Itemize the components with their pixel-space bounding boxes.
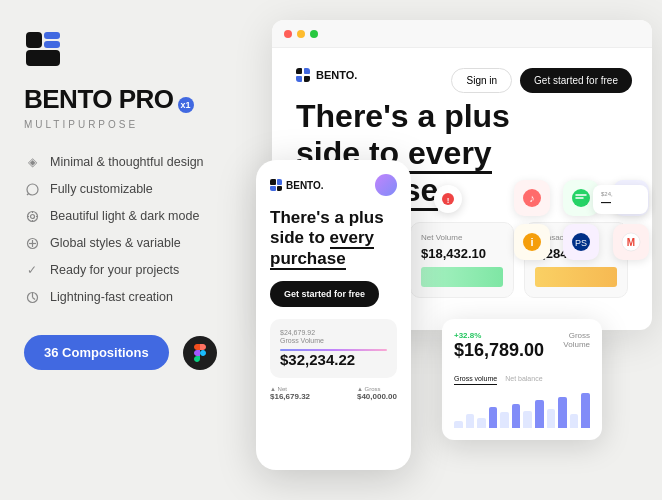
- mobile-mockup: BENTO. There's a plus side to everypurch…: [256, 160, 411, 470]
- app-icon-playstation: PS: [563, 224, 599, 260]
- svg-line-15: [32, 297, 35, 299]
- mobile-amount1-value: $16,679.32: [270, 392, 310, 401]
- finance-tabs: Gross volume Net balance: [454, 375, 590, 385]
- svg-rect-2: [44, 41, 60, 48]
- feature-text-6: Lightning-fast creation: [50, 290, 173, 304]
- desktop-brand-name: BENTO.: [316, 69, 357, 81]
- svg-text:!: !: [447, 196, 450, 205]
- mobile-headline: There's a plus side to everypurchase: [270, 208, 397, 269]
- mobile-card1-sub: Gross Volume: [280, 337, 387, 344]
- window-dot-yellow: [297, 30, 305, 38]
- finance-bars: [454, 393, 590, 428]
- svg-rect-1: [44, 32, 60, 39]
- svg-point-5: [30, 214, 34, 218]
- dash-card-2: Net Volume $18,432.10: [410, 222, 514, 298]
- mockups-area: BENTO. Sign in Get started for free Ther…: [232, 0, 662, 500]
- left-panel: BENTO PRO x1 MULTIPURPOSE ◈ Minimal & th…: [24, 30, 244, 370]
- finance-value: $16,789.00: [454, 340, 544, 361]
- feature-item-6: Lightning-fast creation: [24, 289, 244, 305]
- feature-text-4: Global styles & variable: [50, 236, 181, 250]
- svg-text:PS: PS: [575, 238, 587, 248]
- window-dot-red: [284, 30, 292, 38]
- feature-item-2: Fully customizable: [24, 181, 244, 197]
- desktop-started-button[interactable]: Get started for free: [520, 68, 632, 93]
- notification-bubble: !: [434, 185, 462, 213]
- feature-icon-4: [24, 235, 40, 251]
- brand-tagline: MULTIPURPOSE: [24, 119, 244, 130]
- mobile-amount-2: ▲ Gross $40,000.00: [357, 386, 397, 401]
- mobile-brand-name: BENTO.: [286, 180, 324, 191]
- finance-card: +32.8% $16,789.00 Gross Volume Gross vol…: [442, 319, 602, 440]
- feature-icon-2: [24, 181, 40, 197]
- svg-text:M: M: [626, 237, 634, 248]
- logo-area: [24, 30, 244, 68]
- mobile-headline-purchase: purchase: [270, 249, 346, 270]
- finance-tab-1[interactable]: Gross volume: [454, 375, 497, 385]
- finance-change: +32.8%: [454, 331, 544, 340]
- desktop-header: [272, 20, 652, 48]
- figma-icon[interactable]: [183, 336, 217, 370]
- mobile-headline-every: every: [330, 228, 374, 249]
- mobile-card2-value: $32,234.22: [280, 351, 387, 368]
- window-dot-green: [310, 30, 318, 38]
- feature-item-4: Global styles & variable: [24, 235, 244, 251]
- feature-item-1: ◈ Minimal & thoughtful design: [24, 154, 244, 170]
- feature-item-5: ✓ Ready for your projects: [24, 262, 244, 278]
- brand-name: BENTO PRO: [24, 84, 174, 115]
- feature-icon-6: [24, 289, 40, 305]
- finance-card-label: Gross Volume: [544, 331, 590, 349]
- mobile-card1-label: $24,679.92: [280, 329, 387, 336]
- feature-text-2: Fully customizable: [50, 182, 153, 196]
- feature-text-1: Minimal & thoughtful design: [50, 155, 204, 169]
- feature-icon-5: ✓: [24, 262, 40, 278]
- mobile-brand-logo: BENTO.: [270, 179, 324, 191]
- small-card-tr: $24, —: [593, 185, 648, 214]
- mobile-card-1: $24,679.92 Gross Volume $32,234.22: [270, 319, 397, 378]
- svg-rect-3: [26, 50, 60, 66]
- app-icon-info: i: [514, 224, 550, 260]
- mobile-logo-row: BENTO.: [270, 174, 397, 196]
- app-icon-music: ♪: [514, 180, 550, 216]
- features-list: ◈ Minimal & thoughtful design Fully cust…: [24, 154, 244, 305]
- finance-tab-2[interactable]: Net balance: [505, 375, 542, 385]
- svg-text:♪: ♪: [529, 192, 535, 204]
- brand-logo: [24, 30, 62, 68]
- feature-text-3: Beautiful light & dark mode: [50, 209, 199, 223]
- compositions-button[interactable]: 36 Compositions: [24, 335, 169, 370]
- svg-rect-0: [26, 32, 42, 48]
- desktop-signin-button[interactable]: Sign in: [451, 68, 512, 93]
- mobile-amount2-value: $40,000.00: [357, 392, 397, 401]
- feature-icon-1: ◈: [24, 154, 40, 170]
- mobile-amount-1: ▲ Net $16,679.32: [270, 386, 310, 401]
- feature-item-3: Beautiful light & dark mode: [24, 208, 244, 224]
- cta-area: 36 Compositions: [24, 335, 244, 370]
- desktop-logo-row: BENTO. Sign in Get started for free: [296, 68, 628, 82]
- mobile-content: BENTO. There's a plus side to everypurch…: [256, 160, 411, 411]
- desktop-actions: Sign in Get started for free: [451, 68, 632, 93]
- mobile-avatar: [375, 174, 397, 196]
- feature-text-5: Ready for your projects: [50, 263, 179, 277]
- app-icon-gmail: M: [613, 224, 649, 260]
- feature-icon-3: [24, 208, 40, 224]
- brand-badge: x1: [178, 97, 194, 113]
- mobile-cta-button[interactable]: Get started for free: [270, 281, 379, 307]
- small-card-value: —: [601, 197, 640, 208]
- svg-text:i: i: [530, 236, 533, 248]
- mobile-amounts-row: ▲ Net $16,679.32 ▲ Gross $40,000.00: [270, 386, 397, 401]
